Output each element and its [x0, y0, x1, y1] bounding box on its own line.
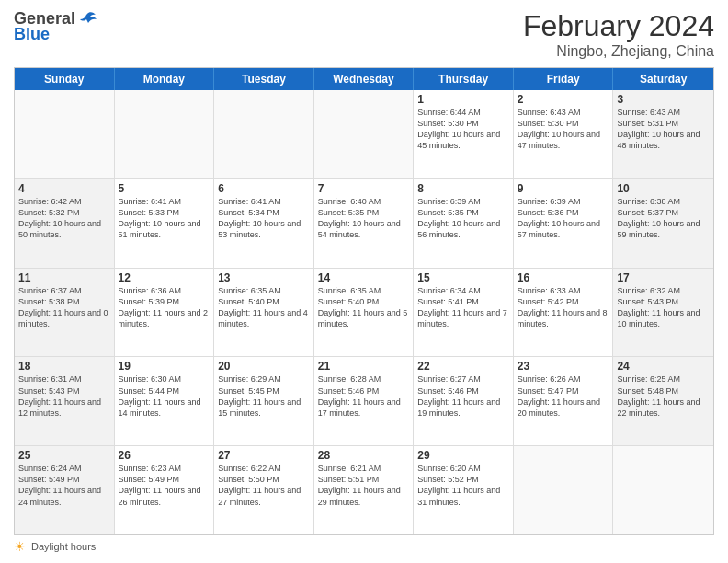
- cell-detail: Sunrise: 6:29 AM Sunset: 5:45 PM Dayligh…: [218, 373, 310, 419]
- calendar-header-day-thursday: Thursday: [414, 68, 514, 90]
- cell-detail: Sunrise: 6:21 AM Sunset: 5:51 PM Dayligh…: [318, 463, 410, 508]
- cell-detail: Sunrise: 6:33 AM Sunset: 5:42 PM Dayligh…: [518, 285, 609, 330]
- main-title: February 2024: [523, 9, 714, 43]
- day-number: 24: [617, 360, 710, 373]
- cell-detail: Sunrise: 6:43 AM Sunset: 5:30 PM Dayligh…: [518, 107, 609, 152]
- day-number: 26: [119, 449, 210, 462]
- cell-detail: Sunrise: 6:35 AM Sunset: 5:40 PM Dayligh…: [218, 285, 310, 330]
- calendar-cell: 19Sunrise: 6:30 AM Sunset: 5:44 PM Dayli…: [115, 357, 215, 445]
- header: General Blue February 2024 Ningbo, Zheji…: [14, 9, 714, 60]
- footer: ☀ Daylight hours: [14, 535, 714, 554]
- calendar-cell: 24Sunrise: 6:25 AM Sunset: 5:48 PM Dayli…: [613, 357, 713, 445]
- calendar-week-3: 11Sunrise: 6:37 AM Sunset: 5:38 PM Dayli…: [15, 269, 713, 358]
- cell-detail: Sunrise: 6:32 AM Sunset: 5:43 PM Dayligh…: [617, 285, 710, 330]
- day-number: 17: [617, 271, 710, 284]
- calendar-week-5: 25Sunrise: 6:24 AM Sunset: 5:49 PM Dayli…: [15, 446, 713, 534]
- cell-detail: Sunrise: 6:39 AM Sunset: 5:35 PM Dayligh…: [417, 196, 509, 241]
- day-number: 2: [518, 93, 609, 106]
- calendar-cell: 28Sunrise: 6:21 AM Sunset: 5:51 PM Dayli…: [314, 446, 415, 534]
- calendar-cell: 26Sunrise: 6:23 AM Sunset: 5:49 PM Dayli…: [115, 446, 215, 534]
- calendar-cell: 29Sunrise: 6:20 AM Sunset: 5:52 PM Dayli…: [414, 446, 514, 534]
- day-number: 12: [119, 271, 210, 284]
- day-number: 9: [518, 182, 609, 195]
- calendar-cell: [314, 90, 415, 178]
- day-number: 8: [417, 182, 509, 195]
- cell-detail: Sunrise: 6:37 AM Sunset: 5:38 PM Dayligh…: [18, 285, 110, 330]
- calendar-header-day-saturday: Saturday: [613, 68, 713, 90]
- calendar-cell: [214, 90, 314, 178]
- calendar-header-day-tuesday: Tuesday: [214, 68, 314, 90]
- calendar-header: SundayMondayTuesdayWednesdayThursdayFrid…: [15, 68, 713, 90]
- cell-detail: Sunrise: 6:40 AM Sunset: 5:35 PM Dayligh…: [318, 196, 410, 241]
- cell-detail: Sunrise: 6:22 AM Sunset: 5:50 PM Dayligh…: [218, 463, 310, 508]
- calendar-cell: 9Sunrise: 6:39 AM Sunset: 5:36 PM Daylig…: [514, 179, 614, 268]
- day-number: 6: [218, 182, 310, 195]
- day-number: 13: [218, 271, 310, 284]
- day-number: 20: [218, 360, 310, 373]
- page: General Blue February 2024 Ningbo, Zheji…: [0, 0, 728, 563]
- calendar-cell: 6Sunrise: 6:41 AM Sunset: 5:34 PM Daylig…: [214, 179, 314, 268]
- day-number: 1: [417, 93, 509, 106]
- day-number: 21: [318, 360, 410, 373]
- calendar-cell: 4Sunrise: 6:42 AM Sunset: 5:32 PM Daylig…: [15, 179, 115, 268]
- day-number: 14: [318, 271, 410, 284]
- calendar-cell: 22Sunrise: 6:27 AM Sunset: 5:46 PM Dayli…: [414, 357, 514, 445]
- day-number: 28: [318, 449, 410, 462]
- cell-detail: Sunrise: 6:27 AM Sunset: 5:46 PM Dayligh…: [417, 373, 509, 419]
- calendar-cell: [613, 446, 713, 534]
- cell-detail: Sunrise: 6:38 AM Sunset: 5:37 PM Dayligh…: [617, 196, 710, 241]
- subtitle: Ningbo, Zhejiang, China: [523, 43, 714, 60]
- calendar-body: 1Sunrise: 6:44 AM Sunset: 5:30 PM Daylig…: [15, 90, 713, 534]
- day-number: 11: [18, 271, 110, 284]
- calendar-header-day-sunday: Sunday: [15, 68, 115, 90]
- calendar-cell: 21Sunrise: 6:28 AM Sunset: 5:46 PM Dayli…: [314, 357, 415, 445]
- cell-detail: Sunrise: 6:26 AM Sunset: 5:47 PM Dayligh…: [518, 373, 609, 419]
- calendar-cell: 27Sunrise: 6:22 AM Sunset: 5:50 PM Dayli…: [214, 446, 314, 534]
- day-number: 27: [218, 449, 310, 462]
- cell-detail: Sunrise: 6:25 AM Sunset: 5:48 PM Dayligh…: [617, 373, 710, 419]
- cell-detail: Sunrise: 6:36 AM Sunset: 5:39 PM Dayligh…: [119, 285, 210, 330]
- cell-detail: Sunrise: 6:41 AM Sunset: 5:33 PM Dayligh…: [119, 196, 210, 241]
- calendar-cell: 2Sunrise: 6:43 AM Sunset: 5:30 PM Daylig…: [514, 90, 614, 178]
- calendar-cell: 13Sunrise: 6:35 AM Sunset: 5:40 PM Dayli…: [214, 269, 314, 357]
- day-number: 29: [417, 449, 509, 462]
- calendar-cell: 5Sunrise: 6:41 AM Sunset: 5:33 PM Daylig…: [115, 179, 215, 268]
- day-number: 25: [18, 449, 110, 462]
- day-number: 15: [417, 271, 509, 284]
- calendar-cell: [15, 90, 115, 178]
- calendar-header-day-monday: Monday: [115, 68, 215, 90]
- day-number: 10: [617, 182, 710, 195]
- calendar-cell: 15Sunrise: 6:34 AM Sunset: 5:41 PM Dayli…: [414, 269, 514, 357]
- cell-detail: Sunrise: 6:35 AM Sunset: 5:40 PM Dayligh…: [318, 285, 410, 330]
- day-number: 18: [18, 360, 110, 373]
- calendar-cell: 11Sunrise: 6:37 AM Sunset: 5:38 PM Dayli…: [15, 269, 115, 357]
- calendar: SundayMondayTuesdayWednesdayThursdayFrid…: [14, 67, 714, 535]
- day-number: 16: [518, 271, 609, 284]
- cell-detail: Sunrise: 6:44 AM Sunset: 5:30 PM Dayligh…: [417, 107, 509, 152]
- cell-detail: Sunrise: 6:28 AM Sunset: 5:46 PM Dayligh…: [318, 373, 410, 419]
- title-area: February 2024 Ningbo, Zhejiang, China: [523, 9, 714, 60]
- cell-detail: Sunrise: 6:41 AM Sunset: 5:34 PM Dayligh…: [218, 196, 310, 241]
- cell-detail: Sunrise: 6:39 AM Sunset: 5:36 PM Dayligh…: [518, 196, 609, 241]
- calendar-cell: 17Sunrise: 6:32 AM Sunset: 5:43 PM Dayli…: [613, 269, 713, 357]
- calendar-cell: 8Sunrise: 6:39 AM Sunset: 5:35 PM Daylig…: [414, 179, 514, 268]
- calendar-week-1: 1Sunrise: 6:44 AM Sunset: 5:30 PM Daylig…: [15, 90, 713, 179]
- cell-detail: Sunrise: 6:30 AM Sunset: 5:44 PM Dayligh…: [119, 373, 210, 419]
- cell-detail: Sunrise: 6:24 AM Sunset: 5:49 PM Dayligh…: [18, 463, 110, 508]
- logo-blue-text: Blue: [14, 25, 50, 44]
- daylight-label: Daylight hours: [31, 541, 96, 552]
- cell-detail: Sunrise: 6:42 AM Sunset: 5:32 PM Dayligh…: [18, 196, 110, 241]
- calendar-header-day-wednesday: Wednesday: [314, 68, 415, 90]
- cell-detail: Sunrise: 6:23 AM Sunset: 5:49 PM Dayligh…: [119, 463, 210, 508]
- calendar-week-2: 4Sunrise: 6:42 AM Sunset: 5:32 PM Daylig…: [15, 179, 713, 269]
- calendar-cell: 7Sunrise: 6:40 AM Sunset: 5:35 PM Daylig…: [314, 179, 415, 268]
- calendar-cell: 20Sunrise: 6:29 AM Sunset: 5:45 PM Dayli…: [214, 357, 314, 445]
- day-number: 4: [18, 182, 110, 195]
- day-number: 19: [119, 360, 210, 373]
- day-number: 5: [119, 182, 210, 195]
- calendar-cell: 16Sunrise: 6:33 AM Sunset: 5:42 PM Dayli…: [514, 269, 614, 357]
- day-number: 23: [518, 360, 609, 373]
- cell-detail: Sunrise: 6:43 AM Sunset: 5:31 PM Dayligh…: [617, 107, 710, 152]
- day-number: 22: [417, 360, 509, 373]
- calendar-cell: 25Sunrise: 6:24 AM Sunset: 5:49 PM Dayli…: [15, 446, 115, 534]
